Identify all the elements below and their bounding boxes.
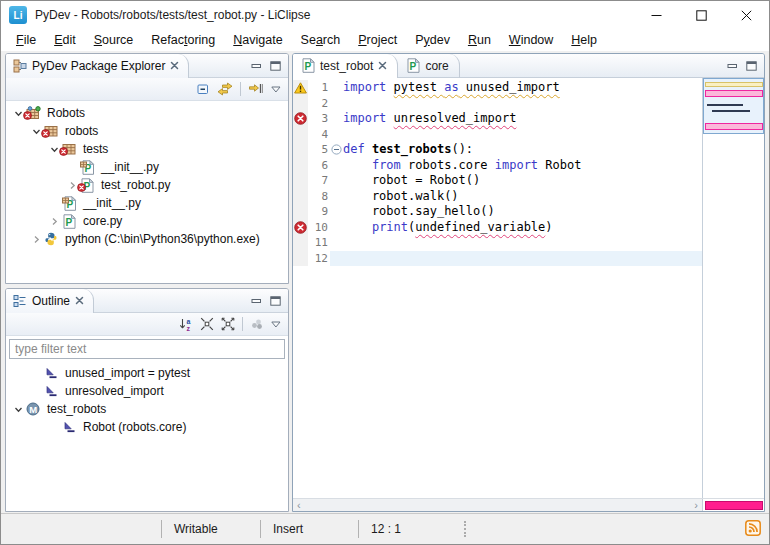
tree-item-__init__-py[interactable]: P__init__.py: [6, 194, 288, 212]
menu-pydev[interactable]: Pydev: [406, 31, 459, 49]
chevron-down-icon[interactable]: [10, 405, 26, 414]
svg-text:M: M: [29, 404, 37, 415]
line-number: 3: [308, 111, 330, 127]
close-icon[interactable]: [378, 61, 387, 70]
collapse-all-icon[interactable]: [196, 82, 210, 96]
minimap-error-bar: [705, 123, 763, 130]
view-menu-icon[interactable]: [271, 86, 281, 93]
code-line-1[interactable]: 1import pytest as unused_import: [293, 80, 702, 96]
code-line-3[interactable]: 3import unresolved_import: [293, 111, 702, 127]
minimize-view-icon[interactable]: [251, 296, 262, 306]
pyfile-icon: P: [62, 213, 79, 229]
code-line-7[interactable]: 7 robot = Robot(): [293, 173, 702, 189]
outline-filter-input[interactable]: [9, 339, 285, 359]
annotation-gutter: [293, 96, 308, 112]
view-menu-icon[interactable]: [271, 321, 281, 328]
minimize-view-icon[interactable]: [727, 61, 738, 71]
tree-item-python-c-bin-python36-python-exe-[interactable]: python (C:\bin\Python36\python.exe): [6, 230, 288, 248]
tree-item-unresolved_import[interactable]: unresolved_import: [6, 382, 288, 400]
minimap-viewport[interactable]: [703, 78, 764, 134]
scroll-right-icon[interactable]: ›: [694, 499, 698, 511]
error-overlay-icon: [59, 145, 68, 159]
tree-item-test_robot-py[interactable]: Ptest_robot.py: [6, 176, 288, 194]
code-text: import pytest as unused_import: [343, 80, 702, 96]
line-number: 1: [308, 80, 330, 96]
close-icon[interactable]: [75, 294, 84, 308]
line-number: 7: [308, 173, 330, 189]
menu-help[interactable]: Help: [562, 31, 606, 49]
tree-item-label: unused_import = pytest: [61, 366, 190, 380]
import-icon: [44, 383, 61, 399]
code-line-9[interactable]: 9 robot.say_hello(): [293, 204, 702, 220]
menu-search[interactable]: Search: [292, 31, 350, 49]
overview-ruler[interactable]: [702, 78, 764, 498]
tree-item-robot-robots-core-[interactable]: Robot (robots.core): [6, 418, 288, 436]
fold-collapse-icon[interactable]: [330, 142, 343, 158]
horizontal-scrollbar[interactable]: ‹ ›: [293, 499, 702, 511]
code-line-2[interactable]: 2: [293, 96, 702, 112]
link-with-editor-icon[interactable]: [217, 82, 233, 96]
code-line-5[interactable]: 5def test_robots():: [293, 142, 702, 158]
svg-text:a: a: [187, 318, 191, 325]
rss-news-icon[interactable]: [745, 520, 761, 539]
code-line-11[interactable]: 11: [293, 235, 702, 251]
filters-icon[interactable]: [250, 317, 264, 331]
minimize-view-icon[interactable]: [251, 61, 262, 71]
fold-gutter: [330, 158, 343, 174]
tree-item-tests[interactable]: tests: [6, 140, 288, 158]
chevron-right-icon[interactable]: [28, 235, 44, 244]
status-drag-handle[interactable]: [464, 521, 466, 537]
tree-item-__init__-py[interactable]: P__init__.py: [6, 158, 288, 176]
annotation-gutter: [293, 251, 308, 267]
close-icon[interactable]: [170, 59, 179, 73]
package-explorer-body: RobotsrobotstestsP__init__.pyPtest_robot…: [6, 101, 288, 283]
tree-item-label: unresolved_import: [61, 384, 164, 398]
scroll-left-icon[interactable]: ‹: [297, 499, 301, 511]
menu-project[interactable]: Project: [349, 31, 406, 49]
method-icon: M: [26, 401, 43, 417]
code-line-4[interactable]: 4: [293, 127, 702, 143]
maximize-view-icon[interactable]: [270, 296, 281, 306]
tree-item-unused_import-pytest[interactable]: unused_import = pytest: [6, 364, 288, 382]
menu-window[interactable]: Window: [500, 31, 562, 49]
status-cursor-position: 12 : 1: [359, 522, 462, 536]
maximize-window-button[interactable]: [679, 1, 724, 29]
editor-tab-test_robot[interactable]: Ptest_robot: [293, 54, 398, 78]
code-line-12[interactable]: 12: [293, 251, 702, 267]
tree-item-robots[interactable]: robots: [6, 122, 288, 140]
minimap-text-line: [712, 110, 750, 112]
menu-run[interactable]: Run: [459, 31, 500, 49]
menu-bar: FileEditSourceRefactoringNavigateSearchP…: [1, 29, 769, 51]
annotation-gutter: [293, 173, 308, 189]
title-bar: Li PyDev - Robots/robots/tests/test_robo…: [1, 1, 769, 29]
sync-with-editor-icon[interactable]: [248, 82, 264, 96]
minimize-window-button[interactable]: [634, 1, 679, 29]
menu-refactoring[interactable]: Refactoring: [142, 31, 224, 49]
menu-navigate[interactable]: Navigate: [224, 31, 291, 49]
collapse-tree-icon[interactable]: [200, 317, 214, 331]
tab-outline[interactable]: Outline: [6, 289, 94, 313]
code-line-10[interactable]: 10 print(undefined_variable): [293, 220, 702, 236]
chevron-right-icon[interactable]: [46, 217, 62, 226]
tree-item-core-py[interactable]: Pcore.py: [6, 212, 288, 230]
sort-icon[interactable]: az: [179, 317, 193, 331]
tree-item-robots[interactable]: Robots: [6, 104, 288, 122]
tab-package-explorer[interactable]: PyDev Package Explorer: [6, 54, 189, 78]
tree-item-test_robots[interactable]: Mtest_robots: [6, 400, 288, 418]
menu-edit[interactable]: Edit: [45, 31, 85, 49]
maximize-view-icon[interactable]: [270, 61, 281, 71]
maximize-view-icon[interactable]: [746, 61, 757, 71]
code-text: [343, 127, 702, 143]
code-line-6[interactable]: 6 from robots.core import Robot: [293, 158, 702, 174]
pyfile-pkg-icon: P: [62, 195, 79, 211]
editor-tab-core[interactable]: Pcore: [398, 54, 459, 78]
menu-source[interactable]: Source: [85, 31, 143, 49]
tree-item-label: test_robot.py: [97, 178, 170, 192]
fold-gutter: [330, 220, 343, 236]
code-line-8[interactable]: 8 robot.walk(): [293, 189, 702, 205]
fold-gutter: [330, 96, 343, 112]
expand-tree-icon[interactable]: [221, 317, 235, 331]
close-window-button[interactable]: [724, 1, 769, 29]
code-editor[interactable]: 1import pytest as unused_import23import …: [293, 78, 764, 498]
menu-file[interactable]: File: [7, 31, 45, 49]
